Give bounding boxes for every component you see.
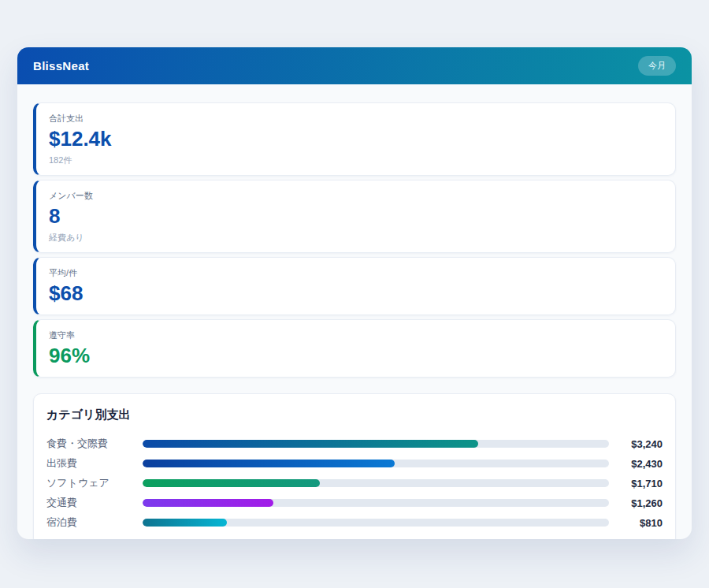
- stat-value: $12.4k: [49, 128, 663, 151]
- stat-sublabel: 経費あり: [49, 232, 663, 244]
- dashboard-content: 合計支出 $12.4k 182件 メンバー数 8 経費あり 平均/件 $68 遵…: [17, 84, 692, 539]
- app-header: BlissNeat 今月: [17, 47, 692, 84]
- category-bar-track: [143, 499, 609, 507]
- category-bar-fill: [143, 499, 273, 507]
- category-card-title: カテゴリ別支出: [46, 408, 663, 422]
- category-label: ソフトウェア: [46, 476, 141, 490]
- stat-label: 平均/件: [49, 267, 663, 279]
- category-label: 宿泊費: [46, 515, 141, 530]
- category-bar-fill: [143, 479, 320, 487]
- stat-value: 8: [49, 205, 663, 229]
- stat-card-compliance: 遵守率 96%: [33, 319, 676, 378]
- category-bar-fill: [143, 460, 395, 467]
- category-label: 食費・交際費: [46, 437, 141, 451]
- stat-card-total-spend: 合計支出 $12.4k 182件: [33, 102, 676, 176]
- category-bar-fill: [143, 440, 478, 448]
- category-row: 宿泊費$810: [46, 513, 663, 533]
- category-value: $1,260: [611, 497, 663, 509]
- category-label: 交通費: [46, 496, 141, 510]
- category-bar-track: [143, 479, 609, 487]
- category-breakdown-card: カテゴリ別支出 食費・交際費$3,240出張費$2,430ソフトウェア$1,71…: [33, 393, 676, 539]
- stat-card-members: メンバー数 8 経費あり: [33, 180, 676, 253]
- stat-label: 遵守率: [49, 329, 663, 341]
- category-bar-track: [143, 440, 609, 448]
- stat-card-average: 平均/件 $68: [33, 257, 676, 315]
- category-row: ソフトウェア$1,710: [46, 474, 663, 493]
- category-value: $2,430: [611, 458, 663, 470]
- category-bar-list: 食費・交際費$3,240出張費$2,430ソフトウェア$1,710交通費$1,2…: [46, 434, 663, 533]
- category-row: 交通費$1,260: [46, 493, 663, 513]
- category-bar-track: [143, 460, 609, 467]
- category-value: $3,240: [611, 438, 663, 450]
- category-bar-track: [143, 519, 609, 527]
- stat-sublabel: 182件: [49, 154, 663, 166]
- category-value: $1,710: [611, 478, 663, 489]
- category-label: 出張費: [46, 456, 141, 471]
- category-row: 食費・交際費$3,240: [46, 434, 663, 454]
- category-row: 出張費$2,430: [46, 454, 663, 474]
- dashboard-panel: BlissNeat 今月 合計支出 $12.4k 182件 メンバー数 8 経費…: [17, 47, 692, 539]
- stat-value: $68: [49, 282, 663, 306]
- period-badge[interactable]: 今月: [638, 56, 676, 76]
- app-title: BlissNeat: [33, 59, 89, 73]
- category-bar-fill: [143, 519, 227, 527]
- stat-label: 合計支出: [49, 113, 663, 125]
- stat-value: 96%: [49, 344, 663, 368]
- stat-label: メンバー数: [49, 190, 663, 202]
- category-value: $810: [611, 517, 663, 529]
